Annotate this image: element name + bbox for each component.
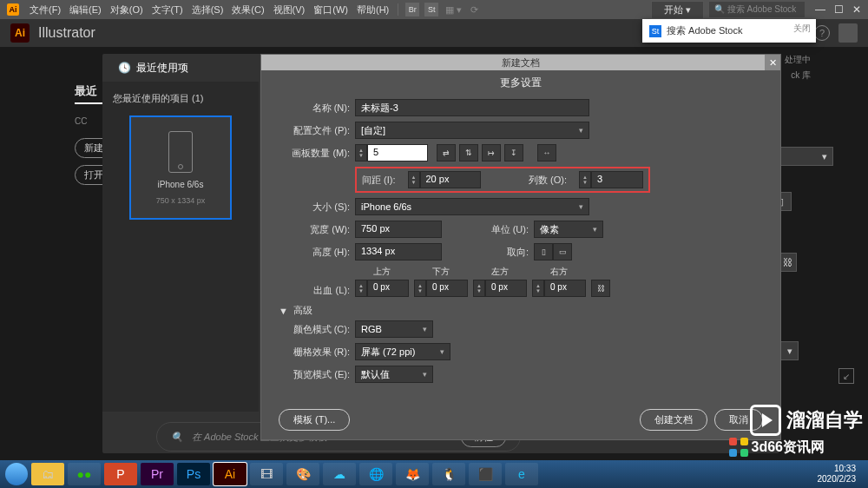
cmode-select[interactable]: RGB xyxy=(355,320,433,338)
popup-close[interactable]: 关闭 xyxy=(793,23,811,35)
menu-window[interactable]: 窗口(W) xyxy=(310,3,352,16)
menu-view[interactable]: 视图(V) xyxy=(270,3,309,16)
recent-thumb[interactable]: iPhone 6/6s 750 x 1334 px xyxy=(129,115,232,220)
expand-panel-icon[interactable]: ↙ xyxy=(838,368,854,384)
spin-arrows-icon[interactable]: ▲▼ xyxy=(355,144,367,162)
user-avatar[interactable] xyxy=(838,23,858,43)
cols-label: 列数 (O): xyxy=(529,174,567,187)
bleed-link-button[interactable]: ⛓ xyxy=(591,280,610,297)
app-logo: Ai xyxy=(10,23,30,43)
orient-label: 取向: xyxy=(477,246,529,259)
spin-arrows-icon[interactable]: ▲▼ xyxy=(473,280,485,297)
close-button[interactable]: ✕ xyxy=(852,3,861,16)
thumb-size: 750 x 1334 px xyxy=(156,196,206,205)
gpu-icon[interactable]: ⟳ xyxy=(467,4,482,16)
templates-button[interactable]: 模板 (T)... xyxy=(279,409,350,431)
cols-input[interactable]: 3 xyxy=(591,171,643,188)
tb-powerpoint[interactable]: P xyxy=(104,463,137,485)
arrange-docs-icon[interactable]: ▦ ▾ xyxy=(442,4,465,16)
minimize-button[interactable]: — xyxy=(815,3,825,16)
tb-premiere[interactable]: Pr xyxy=(141,463,174,485)
bleed-left-hdr: 左方 xyxy=(491,266,509,278)
recent-header: 您最近使用的项目 (1) xyxy=(113,92,248,105)
menu-type[interactable]: 文字(T) xyxy=(148,3,187,16)
watermark-site: 3d66资讯网 xyxy=(729,438,825,457)
spacing-input[interactable]: 20 px xyxy=(420,171,481,188)
artboards-input[interactable]: 5 xyxy=(367,144,428,162)
artboards-label: 画板数量 (M): xyxy=(279,147,355,160)
bleed-bottom-dlg[interactable]: 0 px xyxy=(426,280,468,297)
grid-by-col-icon[interactable]: ⇅ xyxy=(459,144,478,162)
stock-search-popup: 关闭 St搜索 Adobe Stock xyxy=(642,19,816,43)
raster-select[interactable]: 屏幕 (72 ppi) xyxy=(355,343,450,360)
phone-icon xyxy=(168,131,193,173)
advanced-toggle[interactable]: ▼高级 xyxy=(279,304,763,317)
menu-file[interactable]: 文件(F) xyxy=(26,3,64,16)
tb-browser[interactable] xyxy=(5,463,28,485)
unit-select[interactable]: 像素 xyxy=(534,221,603,238)
cmode-dlg-label: 颜色模式 (C): xyxy=(279,323,355,336)
highlighted-spacing-row: 间距 (I): ▲▼20 px 列数 (O): ▲▼3 xyxy=(355,167,650,193)
start-button[interactable]: 开始 ▾ xyxy=(651,1,704,19)
menu-object[interactable]: 对象(O) xyxy=(107,3,147,16)
grid-by-row-icon[interactable]: ⇄ xyxy=(437,144,456,162)
search-icon: 🔍 xyxy=(171,432,183,443)
create-document-button[interactable]: 创建文档 xyxy=(640,409,707,431)
name-input[interactable]: 未标题-3 xyxy=(355,99,589,116)
tb-firefox[interactable]: 🦊 xyxy=(396,463,429,485)
popup-hint-1: 处理中 xyxy=(785,54,811,66)
bleed-right-dlg[interactable]: 0 px xyxy=(544,280,586,297)
spin-arrows-icon[interactable]: ▲▼ xyxy=(355,280,367,297)
dlg-width-input[interactable]: 750 px xyxy=(355,221,442,238)
spin-arrows-icon[interactable]: ▲▼ xyxy=(414,280,426,297)
dialog-close-button[interactable]: ✕ xyxy=(765,55,780,70)
arrange-down-icon[interactable]: ↧ xyxy=(504,144,523,162)
size-select[interactable]: iPhone 6/6s xyxy=(355,198,589,215)
tb-ie[interactable]: e xyxy=(505,463,538,485)
tb-app1[interactable]: 🎨 xyxy=(286,463,319,485)
dlg-height-label: 高度 (H): xyxy=(279,246,355,259)
tb-chrome[interactable]: 🌐 xyxy=(359,463,392,485)
bridge-icon[interactable]: Br xyxy=(405,3,419,16)
help-icon[interactable]: ? xyxy=(814,25,830,41)
tb-app2[interactable]: ☁ xyxy=(323,463,356,485)
preview-select[interactable]: 默认值 xyxy=(355,366,433,383)
spacing-label: 间距 (I): xyxy=(362,174,396,187)
raster-label: 栅格效果 (R): xyxy=(279,346,355,359)
spin-arrows-icon[interactable]: ▲▼ xyxy=(579,171,591,188)
profile-label: 配置文件 (P): xyxy=(279,124,355,137)
adobe-stock-search[interactable]: 🔍 搜索 Adobe Stock xyxy=(709,2,805,17)
tb-qq[interactable]: 🐧 xyxy=(432,463,465,485)
stock-icon[interactable]: St xyxy=(424,3,438,16)
tb-photoshop[interactable]: Ps xyxy=(177,463,210,485)
menu-select[interactable]: 选择(S) xyxy=(188,3,227,16)
bleed-top-dlg[interactable]: 0 px xyxy=(367,280,409,297)
tb-explorer[interactable]: 🗂 xyxy=(31,463,64,485)
menu-edit[interactable]: 编辑(E) xyxy=(66,3,105,16)
menu-help[interactable]: 帮助(H) xyxy=(353,3,392,16)
bleed-left-dlg[interactable]: 0 px xyxy=(485,280,527,297)
flower-icon xyxy=(729,438,748,457)
thumb-name: iPhone 6/6s xyxy=(158,180,204,189)
watermark-brand: 溜溜自学 xyxy=(750,405,863,436)
tb-wechat[interactable]: ●● xyxy=(68,463,101,485)
tb-illustrator[interactable]: Ai xyxy=(214,463,247,485)
tb-media[interactable]: 🎞 xyxy=(250,463,283,485)
spin-arrows-icon[interactable]: ▲▼ xyxy=(408,171,420,188)
spin-arrows-icon[interactable]: ▲▼ xyxy=(532,280,544,297)
orient-landscape-button[interactable]: ▭ xyxy=(553,243,572,260)
tab-recent[interactable]: 🕓最近使用项 xyxy=(102,61,204,76)
rtl-icon[interactable]: ↔ xyxy=(537,144,556,162)
arrange-right-icon[interactable]: ↦ xyxy=(482,144,501,162)
stock-badge-icon: St xyxy=(649,25,661,37)
taskbar-clock[interactable]: 10:332020/2/23 xyxy=(818,464,864,485)
more-settings-dialog: 新建文档 ✕ 更多设置 名称 (N): 未标题-3 配置文件 (P): [自定]… xyxy=(260,54,781,440)
stock-popup-label: 搜索 Adobe Stock xyxy=(667,24,742,37)
dlg-height-input[interactable]: 1334 px xyxy=(355,243,442,260)
menu-effect[interactable]: 效果(C) xyxy=(228,3,267,16)
tb-app3[interactable]: ⬛ xyxy=(469,463,502,485)
bleed-bottom-hdr: 下方 xyxy=(432,266,450,278)
orient-portrait-button[interactable]: ▯ xyxy=(534,243,553,260)
profile-select[interactable]: [自定] xyxy=(355,122,589,139)
maximize-button[interactable]: ☐ xyxy=(834,3,844,16)
